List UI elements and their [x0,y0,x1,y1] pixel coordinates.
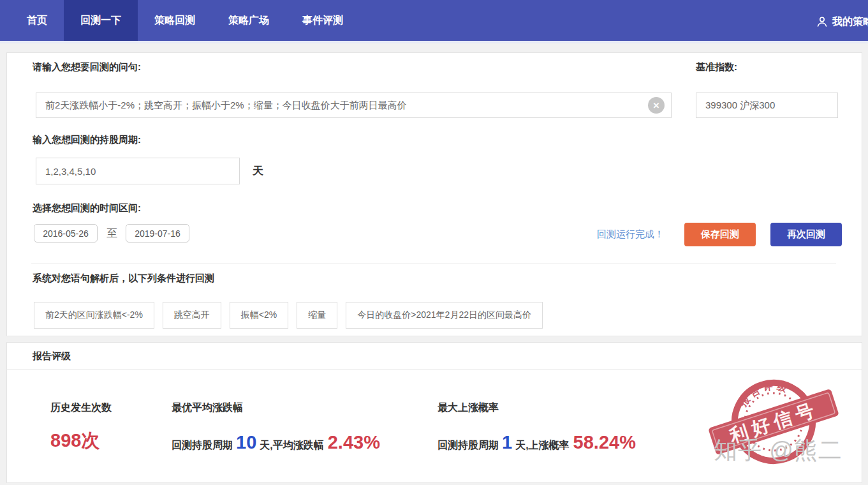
backtest-status: 回测运行完成！ [597,228,664,241]
rerun-backtest-button[interactable]: 再次回测 [770,223,842,246]
date-separator: 至 [107,226,117,241]
condition-chip[interactable]: 今日的收盘价>2021年2月22日的区间最高价 [346,302,543,329]
date-start-input[interactable] [34,224,98,243]
benchmark-label: 基准指数: [696,61,737,73]
occurrences-value: 898次 [50,428,99,454]
period-unit: 天 [253,163,263,178]
my-strategy-menu[interactable]: 我的策略 [816,0,868,43]
question-input-wrap: ✕ [36,93,672,118]
nav-item-strategy-backtest[interactable]: 策略回测 [138,0,212,41]
form-divider [31,264,836,264]
max-prob-middle: 天,上涨概率 [515,439,569,452]
nav-item-home[interactable]: 首页 [10,0,64,41]
max-prob-value: 58.24% [573,432,636,453]
best-change-label: 最优平均涨跌幅 [172,401,243,415]
condition-chip-row: 前2天的区间涨跌幅<-2% 跳空高开 振幅<2% 缩量 今日的收盘价>2021年… [34,302,543,329]
best-change-days: 10 [236,432,256,453]
nav-item-strategy-square[interactable]: 策略广场 [212,0,286,41]
question-label: 请输入您想要回测的问句: [33,61,141,73]
nav-item-backtest[interactable]: 回测一下 [64,0,138,41]
question-input[interactable] [36,93,672,118]
condition-chip[interactable]: 缩量 [297,302,337,329]
date-end-input[interactable] [126,224,189,243]
clear-question-icon[interactable]: ✕ [648,97,665,114]
occurrences-label: 历史发生次数 [50,401,112,415]
max-prob-label: 最大上涨概率 [438,401,499,415]
report-panel: 报告评级 历史发生次数 898次 最优平均涨跌幅 回测持股周期 10 天,平均涨… [6,342,862,483]
max-prob-prefix: 回测持股周期 [438,439,499,452]
benchmark-input[interactable] [696,93,838,118]
best-change-middle: 天,平均涨跌幅 [260,439,323,452]
condition-chip[interactable]: 跳空高开 [163,302,221,329]
period-label: 输入您想回测的持股周期: [33,134,141,146]
date-range-label: 选择您想回测的时间区间: [33,202,141,214]
max-prob-row: 回测持股周期 1 天,上涨概率 58.24% [438,432,636,453]
user-icon [816,16,828,27]
best-change-row: 回测持股周期 10 天,平均涨跌幅 2.43% [172,432,380,453]
period-input[interactable] [36,158,240,184]
best-change-value: 2.43% [328,432,380,453]
user-menu-label: 我的策略 [832,15,868,29]
parse-result-label: 系统对您语句解析后，以下列条件进行回测 [33,272,214,285]
condition-chip[interactable]: 振幅<2% [230,302,288,329]
backtest-form-panel: 请输入您想要回测的问句: ✕ 基准指数: 输入您想回测的持股周期: 天 选择您想… [6,52,862,336]
nav-item-event-eval[interactable]: 事件评测 [286,0,360,41]
best-change-prefix: 回测持股周期 [172,439,233,452]
condition-chip[interactable]: 前2天的区间涨跌幅<-2% [34,302,154,329]
save-backtest-button[interactable]: 保存回测 [684,223,756,246]
top-navbar: 首页 回测一下 策略回测 策略广场 事件评测 我的策略 [0,0,868,43]
max-prob-days: 1 [502,432,512,453]
watermark: 知乎 @熊二 [714,435,842,466]
